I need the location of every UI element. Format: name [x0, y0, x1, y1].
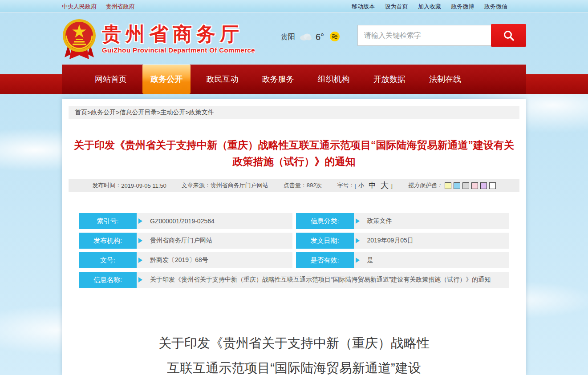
issue-date-value: 2019年09月05日 [354, 233, 510, 249]
validity-label: 是否有效: [296, 252, 354, 268]
table-row: 信息名称: 关于印发《贵州省关于支持中新（重庆）战略性互联互通示范项目“国际陆海… [79, 272, 509, 288]
main-content-panel: 首页 > 政务公开 > 信息公开目录 > 主动公开 > 政策文件 关于印发《贵州… [62, 99, 526, 375]
breadcrumb-separator: > [157, 109, 160, 116]
index-number-value: GZ000001/2019-02564 [137, 213, 292, 229]
weather-city-label: 贵阳 [281, 32, 295, 42]
topbar-link-guizhou-gov[interactable]: 贵州省政府 [105, 3, 134, 10]
topbar-right-links: 移动版本 设为首页 加入收藏 政务微博 政务微信 [344, 2, 526, 11]
nav-item-public-interaction[interactable]: 政民互动 [198, 65, 246, 94]
body-title-line-2: 互联互通示范项目“国际陆海贸易新通道”建设 [62, 355, 526, 375]
topbar-link-central-gov[interactable]: 中央人民政府 [62, 3, 97, 10]
breadcrumb-policy-documents[interactable]: 政策文件 [189, 109, 214, 117]
topbar: 中央人民政府 贵州省政府 移动版本 设为首页 加入收藏 政务微博 政务微信 [0, 0, 588, 12]
topbar-link-gov-weibo[interactable]: 政务微博 [451, 3, 474, 10]
topbar-left-links: 中央人民政府 贵州省政府 [62, 2, 142, 11]
info-name-value: 关于印发《贵州省关于支持中新（重庆）战略性互联互通示范项目“国际陆海贸易新通道”… [137, 272, 509, 288]
breadcrumb-active-disclosure[interactable]: 主动公开 [161, 109, 186, 117]
font-size-medium-button[interactable]: 中 [369, 181, 376, 190]
table-row: 发布机构: 贵州省商务厅门户网站 发文日期: 2019年09月05日 [79, 233, 509, 249]
validity-value: 是 [354, 252, 510, 268]
nav-item-gov-services[interactable]: 政务服务 [254, 65, 302, 94]
topbar-link-set-homepage[interactable]: 设为首页 [385, 3, 408, 10]
protect-color-gray[interactable] [462, 182, 469, 189]
protect-color-white[interactable] [489, 182, 496, 189]
publish-org-label: 发布机构: [79, 233, 137, 249]
issue-date-label: 发文日期: [296, 233, 354, 249]
article-title: 关于印发《贵州省关于支持中新（重庆）战略性互联互通示范项目“国际陆海贸易新通道”… [70, 137, 518, 170]
site-title: 贵州省商务厅 [102, 23, 255, 44]
breadcrumb-separator: > [186, 109, 189, 116]
protect-color-yellow[interactable] [445, 182, 451, 189]
search-input[interactable] [357, 25, 491, 46]
haze-weather-icon [329, 31, 340, 44]
info-category-value: 政策文件 [354, 213, 510, 229]
publish-org-value: 贵州省商务厅门户网站 [137, 233, 292, 249]
weather-widget: 贵阳 6° [281, 31, 340, 44]
article-source: 文章来源：贵州省商务厅门户网站 [182, 181, 268, 190]
national-emblem-logo[interactable] [62, 18, 97, 61]
index-number-label: 索引号: [79, 213, 137, 229]
breadcrumb-home[interactable]: 首页 [75, 109, 87, 117]
font-size-small-button[interactable]: 小 [358, 181, 364, 190]
protect-color-blue[interactable] [454, 182, 460, 189]
nav-item-home[interactable]: 网站首页 [87, 65, 135, 94]
main-navigation: 网站首页 政务公开 政民互动 政务服务 组织机构 开放数据 法制在线 [0, 65, 588, 94]
site-header: 贵州省商务厅 GuiZhou Provincial Department Of … [0, 12, 588, 65]
protect-color-pink[interactable] [471, 182, 478, 189]
search-icon [503, 29, 515, 42]
nav-item-open-data[interactable]: 开放数据 [365, 65, 414, 94]
topbar-link-mobile-version[interactable]: 移动版本 [352, 3, 375, 10]
table-row: 索引号: GZ000001/2019-02564 信息分类: 政策文件 [79, 213, 509, 229]
search-button[interactable] [491, 24, 526, 47]
doc-number-label: 文号: [79, 252, 137, 268]
nav-item-organization[interactable]: 组织机构 [310, 65, 358, 94]
info-category-label: 信息分类: [296, 213, 354, 229]
body-title-line-1: 关于印发《贵州省关于支持中新（重庆）战略性 [62, 331, 526, 355]
hit-count: 点击量：892次 [284, 181, 322, 190]
topbar-link-gov-wechat[interactable]: 政务微信 [484, 3, 507, 10]
doc-number-value: 黔商发〔2019〕68号 [137, 252, 292, 268]
site-title-block: 贵州省商务厅 GuiZhou Provincial Department Of … [102, 23, 255, 54]
document-body-title: 关于印发《贵州省关于支持中新（重庆）战略性 互联互通示范项目“国际陆海贸易新通道… [62, 331, 526, 375]
font-size-control: 字号： [ 小 中 大 ] [337, 180, 393, 191]
publish-time: 发布时间：2019-09-05 11:50 [92, 181, 166, 190]
protect-color-purple[interactable] [480, 182, 487, 189]
breadcrumb-separator: > [87, 109, 91, 116]
nav-item-legal-online[interactable]: 法制在线 [421, 65, 469, 94]
breadcrumb: 首页 > 政务公开 > 信息公开目录 > 主动公开 > 政策文件 [69, 106, 519, 119]
font-size-large-button[interactable]: 大 [380, 180, 389, 191]
topbar-link-add-favorite[interactable]: 加入收藏 [418, 3, 441, 10]
search-bar [357, 24, 526, 47]
info-name-label: 信息名称: [79, 272, 137, 288]
document-info-table: 索引号: GZ000001/2019-02564 信息分类: 政策文件 发布机构… [79, 213, 509, 288]
eye-protection-color-picker: 视力保护色： [408, 181, 496, 190]
cloud-icon [299, 32, 312, 42]
article-meta-bar: 发布时间：2019-09-05 11:50 文章来源：贵州省商务厅门户网站 点击… [69, 179, 519, 192]
table-row: 文号: 黔商发〔2019〕68号 是否有效: 是 [79, 252, 509, 268]
breadcrumb-info-catalog[interactable]: 信息公开目录 [119, 109, 157, 117]
weather-temperature: 6° [316, 32, 324, 42]
nav-item-gov-info-disclosure[interactable]: 政务公开 [142, 65, 191, 94]
site-title-english: GuiZhou Provincial Department Of Commerc… [102, 46, 255, 54]
breadcrumb-gov-disclosure[interactable]: 政务公开 [91, 109, 116, 117]
